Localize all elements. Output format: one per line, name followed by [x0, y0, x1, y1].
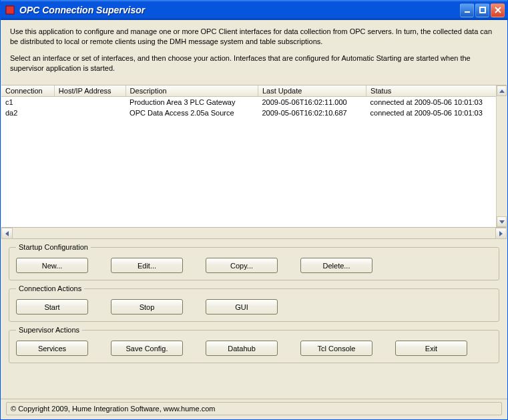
- cell-description: Production Area 3 PLC Gateway: [125, 97, 258, 108]
- intro-paragraph-2: Select an interface or set of interfaces…: [10, 53, 498, 73]
- minimize-button[interactable]: [460, 3, 474, 17]
- titlebar: OPC Connection Supervisor: [1, 0, 507, 20]
- scroll-down-arrow[interactable]: [497, 216, 507, 227]
- svg-rect-0: [6, 6, 14, 14]
- scroll-right-arrow[interactable]: [495, 228, 507, 239]
- cell-connection: c1: [1, 97, 54, 108]
- connections-table-wrap: Connection Host/IP Address Description L…: [1, 85, 507, 228]
- datahub-button[interactable]: Datahub: [206, 341, 278, 356]
- app-window: OPC Connection Supervisor Use this appli…: [0, 0, 508, 420]
- close-button[interactable]: [491, 3, 505, 17]
- table-header-row: Connection Host/IP Address Description L…: [1, 85, 507, 97]
- connections-table[interactable]: Connection Host/IP Address Description L…: [1, 85, 507, 118]
- scroll-track[interactable]: [13, 228, 495, 238]
- exit-button[interactable]: Exit: [395, 341, 467, 356]
- col-last-update[interactable]: Last Update: [258, 85, 366, 97]
- svg-rect-2: [480, 7, 485, 13]
- col-connection[interactable]: Connection: [1, 85, 54, 97]
- table-row[interactable]: da2 OPC Data Access 2.05a Source 2009-05…: [1, 108, 507, 118]
- col-status[interactable]: Status: [366, 85, 507, 97]
- startup-config-legend: Startup Configuration: [16, 243, 91, 251]
- connection-actions-legend: Connection Actions: [16, 284, 84, 292]
- supervisor-actions-legend: Supervisor Actions: [16, 326, 82, 334]
- connection-buttons: Start Stop GUI: [16, 298, 492, 314]
- copyright-text: © Copyright 2009, Hume Integration Softw…: [6, 402, 502, 415]
- content-area: Use this application to configure and ma…: [1, 20, 507, 419]
- col-host[interactable]: Host/IP Address: [54, 85, 125, 97]
- delete-button[interactable]: Delete...: [300, 258, 372, 273]
- cell-connection: da2: [1, 108, 54, 118]
- supervisor-actions-group: Supervisor Actions Services Save Config.…: [9, 326, 499, 363]
- cell-status: connected at 2009-05-06 10:01:03: [366, 97, 507, 108]
- status-bar: © Copyright 2009, Hume Integration Softw…: [1, 399, 507, 419]
- copy-button[interactable]: Copy...: [206, 258, 278, 273]
- cell-status: connected at 2009-05-06 10:01:03: [366, 108, 507, 118]
- scroll-up-arrow[interactable]: [497, 85, 507, 96]
- connection-actions-group: Connection Actions Start Stop GUI: [9, 284, 499, 322]
- cell-host: [54, 97, 125, 108]
- horizontal-scrollbar[interactable]: [1, 228, 507, 239]
- vertical-scrollbar[interactable]: [496, 85, 507, 227]
- button-groups: Startup Configuration New... Edit... Cop…: [1, 239, 507, 366]
- maximize-button[interactable]: [475, 3, 489, 17]
- startup-config-group: Startup Configuration New... Edit... Cop…: [9, 243, 499, 280]
- startup-buttons: New... Edit... Copy... Delete...: [16, 256, 492, 273]
- intro-text: Use this application to configure and ma…: [1, 20, 507, 85]
- save-config-button[interactable]: Save Config.: [111, 341, 183, 356]
- cell-last-update: 2009-05-06T16:02:11.000: [258, 97, 366, 108]
- gui-button[interactable]: GUI: [206, 299, 278, 314]
- app-icon: [5, 5, 15, 15]
- table-row[interactable]: c1 Production Area 3 PLC Gateway 2009-05…: [1, 97, 507, 108]
- services-button[interactable]: Services: [16, 341, 88, 356]
- intro-paragraph-1: Use this application to configure and ma…: [10, 27, 498, 47]
- cell-host: [54, 108, 125, 118]
- cell-last-update: 2009-05-06T16:02:10.687: [258, 108, 366, 118]
- window-buttons: [460, 3, 505, 17]
- supervisor-buttons: Services Save Config. Datahub Tcl Consol…: [16, 339, 492, 356]
- tcl-console-button[interactable]: Tcl Console: [300, 341, 372, 356]
- scroll-left-arrow[interactable]: [1, 228, 13, 239]
- edit-button[interactable]: Edit...: [111, 258, 183, 273]
- cell-description: OPC Data Access 2.05a Source: [125, 108, 258, 118]
- col-description[interactable]: Description: [125, 85, 258, 97]
- start-button[interactable]: Start: [16, 299, 88, 314]
- new-button[interactable]: New...: [16, 258, 88, 273]
- stop-button[interactable]: Stop: [111, 299, 183, 314]
- window-title: OPC Connection Supervisor: [19, 5, 460, 15]
